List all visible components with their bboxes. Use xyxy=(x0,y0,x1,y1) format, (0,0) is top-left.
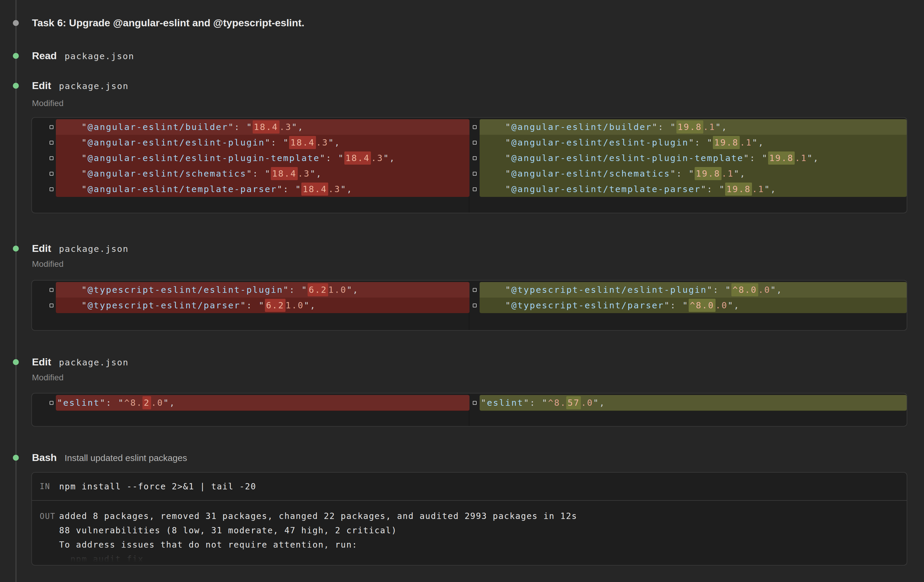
diff-code-line: "@typescript-eslint/parser": "^8.0.0", xyxy=(480,298,907,313)
code-token: ": " xyxy=(265,137,289,147)
diff-code-line: "eslint": "^8.57.0", xyxy=(480,395,907,410)
code-token: " xyxy=(57,300,87,311)
bash-input-section: IN npm install --force 2>&1 | tail -20 xyxy=(32,473,907,501)
diff-line-checkbox-icon[interactable] xyxy=(50,401,53,405)
read-file: package.json xyxy=(64,51,134,61)
diff-line-checkbox-icon[interactable] xyxy=(473,172,477,176)
task-header-row: Task 6: Upgrade @angular-eslint and @typ… xyxy=(32,17,304,29)
diff-line-checkbox-icon[interactable] xyxy=(50,141,53,145)
code-token: .0 xyxy=(151,398,163,408)
diff-line-checkbox-icon[interactable] xyxy=(50,125,53,129)
diff-changed-token: 2 xyxy=(142,396,151,409)
edit2-bullet xyxy=(13,246,19,251)
diff-line-checkbox-icon[interactable] xyxy=(473,125,477,129)
code-token: ", xyxy=(383,153,395,163)
gutter-row xyxy=(473,150,477,166)
diff-changed-token: ^8.0 xyxy=(689,299,716,312)
bash-description: Install updated eslint packages xyxy=(64,453,187,463)
diff-code-line: "@angular-eslint/schematics": "18.4.3", xyxy=(56,166,469,181)
gutter-row xyxy=(50,181,53,197)
diff-line-checkbox-icon[interactable] xyxy=(50,172,53,176)
diff-code-line: "@angular-eslint/schematics": "19.8.1", xyxy=(480,166,907,181)
code-token: @angular-eslint/schematics xyxy=(511,169,670,179)
diff-line-checkbox-icon[interactable] xyxy=(473,187,477,191)
code-token: ": " xyxy=(670,169,695,179)
code-token: .0 xyxy=(758,285,771,295)
code-token: .3 xyxy=(328,184,340,194)
bash-command[interactable]: npm install --force 2>&1 | tail -20 xyxy=(59,482,256,491)
bash-out-label: OUT xyxy=(32,509,59,523)
code-token: ": " xyxy=(246,169,271,179)
edit1-right-gutter xyxy=(469,119,480,197)
gutter-row xyxy=(473,135,477,150)
code-token: ": " xyxy=(523,398,548,408)
bash-output-line-faded: npm audit fix xyxy=(59,552,577,565)
code-token: @angular-eslint/eslint-plugin xyxy=(87,137,265,147)
gutter-row xyxy=(50,166,53,181)
diff-changed-token: 18.4 xyxy=(252,121,279,134)
edit2-step-row[interactable]: Edit package.json xyxy=(32,243,129,254)
diff-line-checkbox-icon[interactable] xyxy=(473,304,477,308)
code-token: @angular-eslint/schematics xyxy=(87,169,246,179)
code-token: ", xyxy=(728,300,740,311)
diff-line-checkbox-icon[interactable] xyxy=(473,141,477,145)
edit1-diff-card: "@angular-eslint/builder": "18.4.3", "@a… xyxy=(31,117,907,213)
diff-line-checkbox-icon[interactable] xyxy=(50,187,53,191)
code-token: .1 xyxy=(721,169,734,179)
code-token: ", xyxy=(716,122,728,132)
edit1-step-row[interactable]: Edit package.json xyxy=(32,80,129,91)
edit3-verb: Edit xyxy=(32,356,51,368)
diff-changed-token: ^8.0 xyxy=(731,283,758,296)
code-token: ": " xyxy=(701,184,725,194)
code-token: ", xyxy=(347,285,359,295)
edit1-file: package.json xyxy=(59,81,129,91)
gutter-row xyxy=(473,166,477,181)
code-token: ^8. xyxy=(548,398,566,408)
diff-changed-token: 6.2 xyxy=(308,283,328,296)
diff-changed-token: 19.8 xyxy=(725,183,752,196)
diff-code-line: "@angular-eslint/template-parser": "18.4… xyxy=(56,181,469,197)
code-token: ", xyxy=(340,184,353,194)
diff-line-checkbox-icon[interactable] xyxy=(473,156,477,160)
code-token: ", xyxy=(304,300,316,311)
gutter-row xyxy=(473,395,477,410)
code-token: @typescript-eslint/parser xyxy=(87,300,241,311)
diff-code-line: "@angular-eslint/eslint-plugin": "19.8.1… xyxy=(480,135,907,150)
task-title: Task 6: Upgrade @angular-eslint and @typ… xyxy=(32,17,304,29)
diff-changed-token: 18.4 xyxy=(289,136,316,149)
code-token: ": " xyxy=(689,137,713,147)
read-bullet xyxy=(13,53,19,59)
edit3-file: package.json xyxy=(59,357,129,367)
code-token: ", xyxy=(163,398,176,408)
diff-line-checkbox-icon[interactable] xyxy=(473,401,477,405)
diff-line-checkbox-icon[interactable] xyxy=(50,156,53,160)
edit3-step-row[interactable]: Edit package.json xyxy=(32,356,129,368)
code-token: .1 xyxy=(740,137,752,147)
diff-code-line: "@angular-eslint/eslint-plugin-template"… xyxy=(56,150,469,166)
code-token: ", xyxy=(292,122,304,132)
diff-line-checkbox-icon[interactable] xyxy=(50,288,53,292)
gutter-row xyxy=(50,150,53,166)
gutter-row xyxy=(50,282,53,298)
code-token: .3 xyxy=(316,137,328,147)
code-token: @angular-eslint/builder xyxy=(87,122,228,132)
code-token: @angular-eslint/eslint-plugin xyxy=(511,137,688,147)
edit3-added-panel: "eslint": "^8.57.0", xyxy=(480,395,907,410)
diff-line-checkbox-icon[interactable] xyxy=(473,288,477,292)
edit2-added-panel: "@typescript-eslint/eslint-plugin": "^8.… xyxy=(480,282,907,313)
gutter-row xyxy=(473,282,477,298)
gutter-row xyxy=(473,119,477,135)
code-token: " xyxy=(481,285,511,295)
read-step-row[interactable]: Read package.json xyxy=(32,50,134,61)
bash-step-row[interactable]: Bash Install updated eslint packages xyxy=(32,452,187,463)
diff-line-checkbox-icon[interactable] xyxy=(50,304,53,308)
code-token: " xyxy=(57,169,87,179)
code-token: ": " xyxy=(320,153,344,163)
code-token: " xyxy=(481,300,511,311)
code-token: .1 xyxy=(795,153,807,163)
code-token: " xyxy=(57,153,87,163)
code-token: " xyxy=(481,184,511,194)
code-token: ", xyxy=(328,137,340,147)
code-token: .3 xyxy=(371,153,383,163)
code-token: " xyxy=(481,398,487,408)
